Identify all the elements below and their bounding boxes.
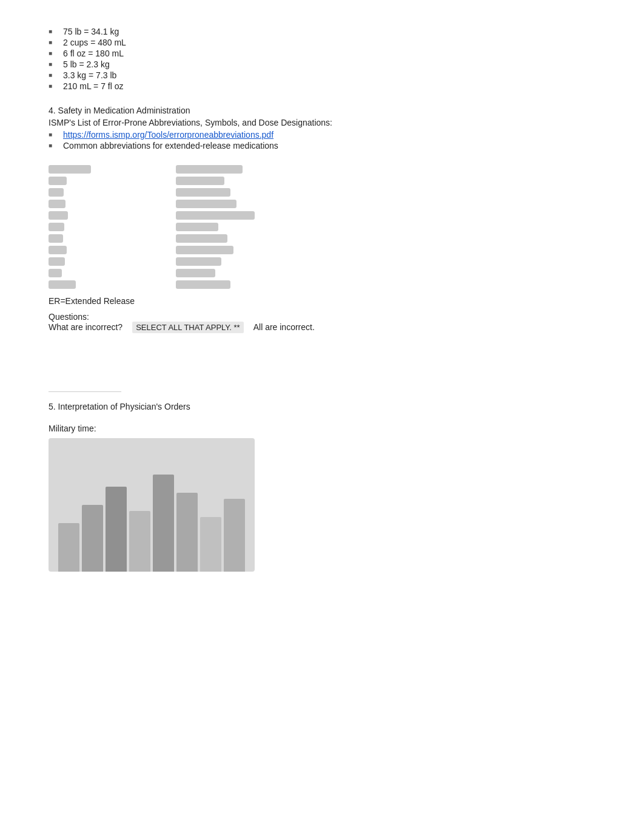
section4: 4. Safety in Medication Administration I… xyxy=(49,106,595,150)
blurred-cell xyxy=(49,165,91,174)
list-item: ■ 2 cups = 480 mL xyxy=(49,38,595,47)
blurred-table-row xyxy=(49,200,595,209)
blurred-table-header xyxy=(49,165,595,175)
chart-bar xyxy=(176,493,198,572)
question-line: What are incorrect? SELECT ALL THAT APPL… xyxy=(49,322,595,333)
blurred-table-row xyxy=(49,269,595,279)
blurred-table-row xyxy=(49,280,595,290)
bullet-icon: ■ xyxy=(49,142,59,149)
chart-bar xyxy=(200,517,221,572)
bullet-icon: ■ xyxy=(49,83,59,89)
military-time-chart xyxy=(49,438,255,572)
section-divider xyxy=(49,391,121,392)
blurred-table-row xyxy=(49,177,595,186)
list-item: ■ https://forms.ismp.org/Tools/errorpron… xyxy=(49,130,595,140)
bullet-icon: ■ xyxy=(49,131,59,138)
military-time-label: Military time: xyxy=(49,424,595,433)
chart-bar xyxy=(224,499,245,572)
blurred-table-row xyxy=(49,234,595,244)
list-item: ■ 3.3 kg = 7.3 lb xyxy=(49,70,595,80)
conversions-section: ■ 75 lb = 34.1 kg ■ 2 cups = 480 mL ■ 6 … xyxy=(49,27,595,91)
blurred-table-area xyxy=(49,165,595,290)
section4-bullets: ■ https://forms.ismp.org/Tools/errorpron… xyxy=(49,130,595,150)
chart-bar xyxy=(153,475,174,572)
section5-title: 5. Interpretation of Physician's Orders xyxy=(49,402,595,411)
bullet-icon: ■ xyxy=(49,50,59,56)
questions-label: Questions: xyxy=(49,312,595,322)
chart-bar xyxy=(106,487,127,572)
chart-bar xyxy=(82,505,103,572)
select-all-answer: SELECT ALL THAT APPLY. ** xyxy=(132,322,244,333)
blurred-table-row xyxy=(49,211,595,221)
blurred-table-row xyxy=(49,188,595,198)
conversions-list: ■ 75 lb = 34.1 kg ■ 2 cups = 480 mL ■ 6 … xyxy=(49,27,595,91)
list-item: ■ 75 lb = 34.1 kg xyxy=(49,27,595,36)
list-item: ■ 6 fl oz = 180 mL xyxy=(49,49,595,58)
bullet-icon: ■ xyxy=(49,39,59,46)
bullet-icon: ■ xyxy=(49,72,59,78)
answer-extra: All are incorrect. xyxy=(253,322,315,332)
bullet-icon: ■ xyxy=(49,61,59,67)
section4-subtitle: ISMP's List of Error-Prone Abbreviations… xyxy=(49,118,595,127)
list-item: ■ 210 mL = 7 fl oz xyxy=(49,81,595,91)
chart-bar xyxy=(58,523,79,572)
bullet-icon: ■ xyxy=(49,28,59,35)
blurred-table-row xyxy=(49,223,595,232)
ismp-link[interactable]: https://forms.ismp.org/Tools/errorpronea… xyxy=(63,130,273,140)
list-item: ■ 5 lb = 2.3 kg xyxy=(49,59,595,69)
section4-title: 4. Safety in Medication Administration xyxy=(49,106,595,115)
blurred-table-row xyxy=(49,257,595,267)
er-extended-release: ER=Extended Release xyxy=(49,296,595,306)
chart-bar xyxy=(129,511,150,572)
section5: 5. Interpretation of Physician's Orders … xyxy=(49,402,595,572)
blurred-cell xyxy=(176,165,243,174)
questions-block: Questions: What are incorrect? SELECT AL… xyxy=(49,312,595,333)
question-text: What are incorrect? xyxy=(49,322,122,332)
list-item: ■ Common abbreviations for extended-rele… xyxy=(49,141,595,150)
blurred-table-row xyxy=(49,246,595,255)
bar-chart xyxy=(49,438,255,572)
